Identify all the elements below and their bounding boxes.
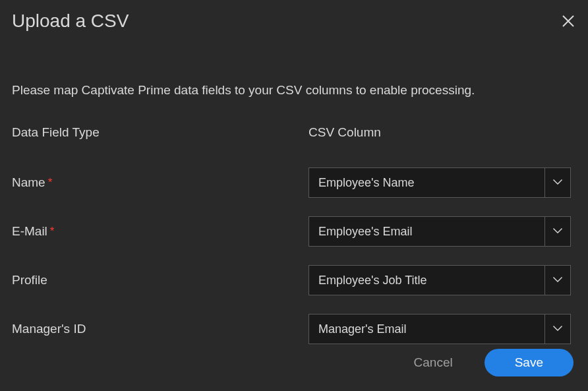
field-label-name: Name xyxy=(12,175,45,190)
dropdown-manager[interactable]: Manager's Email xyxy=(309,314,571,344)
close-button[interactable] xyxy=(560,13,576,29)
dropdown-profile[interactable]: Employee's Job Title xyxy=(309,265,571,295)
field-row-email: E-Mail * Employee's Email xyxy=(12,216,576,247)
data-field-type-header: Data Field Type xyxy=(12,125,100,139)
close-icon xyxy=(562,15,575,28)
dropdown-value: Manager's Email xyxy=(309,315,545,344)
chevron-down-icon xyxy=(545,266,570,295)
csv-column-header: CSV Column xyxy=(309,125,381,139)
dropdown-value: Employee's Job Title xyxy=(309,266,545,295)
save-button[interactable]: Save xyxy=(485,349,573,376)
required-indicator: * xyxy=(48,176,53,189)
field-row-profile: Profile Employee's Job Title xyxy=(12,265,576,295)
dropdown-name[interactable]: Employee's Name xyxy=(309,167,571,198)
field-row-name: Name * Employee's Name xyxy=(12,167,576,198)
required-indicator: * xyxy=(50,225,55,238)
chevron-down-icon xyxy=(545,168,570,197)
dialog-title: Upload a CSV xyxy=(12,11,129,32)
dropdown-email[interactable]: Employee's Email xyxy=(309,216,571,247)
dropdown-value: Employee's Email xyxy=(309,217,545,246)
cancel-button[interactable]: Cancel xyxy=(414,355,453,370)
field-label-profile: Profile xyxy=(12,273,47,287)
chevron-down-icon xyxy=(545,315,570,344)
dropdown-value: Employee's Name xyxy=(309,168,545,197)
instruction-text: Please map Captivate Prime data fields t… xyxy=(12,83,576,98)
field-label-email: E-Mail xyxy=(12,224,47,239)
field-row-manager: Manager's ID Manager's Email xyxy=(12,314,576,344)
field-label-manager: Manager's ID xyxy=(12,322,86,336)
chevron-down-icon xyxy=(545,217,570,246)
